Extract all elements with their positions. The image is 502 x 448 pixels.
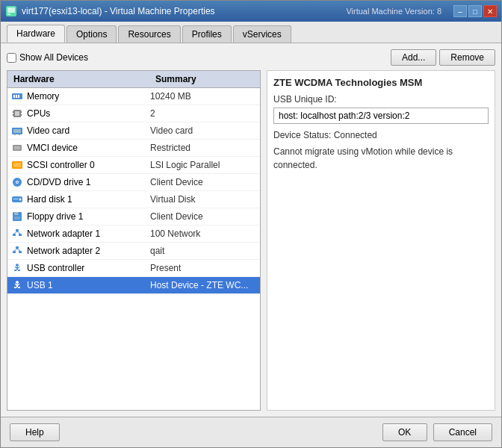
detail-title: ZTE WCDMA Technologies MSM: [273, 77, 489, 88]
hw-row-net1[interactable]: Network adapter 1 100 Network: [7, 225, 260, 243]
window-controls: – □ ✕: [453, 5, 497, 17]
tab-vservices[interactable]: vServices: [233, 25, 291, 43]
col-hardware: Hardware: [7, 71, 149, 87]
toolbar-row: Show All Devices Add... Remove: [7, 49, 495, 66]
tabs-bar: Hardware Options Resources Profiles vSer…: [1, 22, 501, 43]
svg-rect-37: [16, 246, 19, 249]
hw-name-net1: Network adapter 1: [27, 228, 150, 239]
main-window: virt177(esxi13-local) - Virtual Machine …: [0, 0, 502, 448]
main-area: Hardware Summary Memory 10240 MB: [7, 70, 495, 411]
svg-rect-34: [19, 234, 22, 236]
floppy-icon: [10, 210, 24, 223]
hw-name-scsi: SCSI controller 0: [27, 160, 150, 170]
svg-rect-45: [16, 281, 19, 283]
hw-summary-cpus: 2: [150, 108, 257, 119]
svg-rect-14: [13, 129, 21, 133]
svg-rect-11: [21, 111, 22, 113]
hw-summary-usb1: Host Device - ZTE WC...: [150, 280, 257, 290]
hw-summary-memory: 10240 MB: [150, 91, 257, 102]
svg-rect-16: [19, 134, 20, 135]
hw-row-vmci[interactable]: VMCI device Restricted: [7, 140, 260, 157]
usb1-icon: [10, 279, 24, 292]
tab-profiles[interactable]: Profiles: [182, 25, 232, 43]
tab-hardware[interactable]: Hardware: [7, 25, 65, 43]
show-all-label: Show All Devices: [19, 52, 88, 63]
svg-point-23: [16, 181, 18, 183]
svg-rect-47: [18, 287, 20, 288]
svg-rect-4: [13, 95, 15, 98]
svg-rect-33: [13, 234, 16, 236]
svg-rect-18: [14, 146, 20, 149]
col-summary: Summary: [149, 71, 260, 87]
svg-rect-20: [13, 163, 21, 167]
svg-rect-8: [15, 111, 19, 116]
minimize-button[interactable]: –: [453, 5, 467, 17]
hw-row-cddvd[interactable]: CD/DVD drive 1 Client Device: [7, 174, 260, 191]
hw-summary-net1: 100 Network: [150, 228, 257, 239]
hw-name-vmci: VMCI device: [27, 143, 150, 153]
vmci-icon: [10, 141, 24, 155]
title-bar: virt177(esxi13-local) - Virtual Machine …: [1, 1, 501, 22]
hw-row-net2[interactable]: Network adapter 2 qait: [7, 243, 260, 260]
svg-rect-10: [13, 114, 13, 116]
add-button[interactable]: Add...: [391, 49, 436, 66]
hw-row-usb1[interactable]: USB 1 Host Device - ZTE WC...: [7, 277, 260, 294]
hw-name-net2: Network adapter 2: [27, 246, 150, 256]
svg-line-36: [17, 231, 20, 234]
svg-rect-27: [13, 199, 18, 199]
svg-rect-9: [13, 111, 13, 113]
hw-row-scsi[interactable]: SCSI controller 0 LSI Logic Parallel: [7, 157, 260, 174]
window-title: virt177(esxi13-local) - Virtual Machine …: [22, 6, 215, 16]
hw-summary-cddvd: Client Device: [150, 177, 257, 187]
svg-rect-43: [14, 270, 16, 271]
hw-row-memory[interactable]: Memory 10240 MB: [7, 88, 260, 105]
svg-rect-46: [14, 287, 16, 288]
hw-summary-usb-ctrl: Present: [150, 263, 257, 273]
usb-ctrl-icon: [10, 261, 24, 275]
hardware-panel: Hardware Summary Memory 10240 MB: [7, 70, 261, 411]
hw-name-video: Video card: [27, 125, 150, 136]
migration-note: Cannot migrate using vMotion while devic…: [273, 145, 489, 172]
close-button[interactable]: ✕: [483, 5, 497, 17]
svg-rect-5: [16, 95, 17, 98]
tab-options[interactable]: Options: [66, 25, 117, 43]
net1-icon: [10, 227, 24, 240]
svg-rect-1: [7, 7, 15, 13]
hw-name-usb-ctrl: USB controller: [27, 263, 150, 273]
hw-row-hdd[interactable]: Hard disk 1 Virtual Disk: [7, 191, 260, 208]
ok-button[interactable]: OK: [382, 423, 427, 441]
usb-id-label: USB Unique ID:: [273, 94, 489, 105]
hw-list: Memory 10240 MB CPUs 2: [7, 88, 260, 410]
hw-summary-scsi: LSI Logic Parallel: [150, 160, 257, 170]
hw-row-floppy[interactable]: Floppy drive 1 Client Device: [7, 208, 260, 225]
hw-summary-hdd: Virtual Disk: [150, 194, 257, 205]
hw-name-memory: Memory: [27, 91, 150, 102]
scsi-icon: [10, 158, 24, 172]
hw-name-cpus: CPUs: [27, 108, 150, 119]
app-icon: [5, 5, 17, 17]
tab-resources[interactable]: Resources: [118, 25, 180, 43]
svg-rect-15: [14, 134, 16, 135]
svg-point-26: [19, 199, 21, 200]
hw-table-header: Hardware Summary: [7, 71, 260, 88]
maximize-button[interactable]: □: [468, 5, 482, 17]
hw-row-cpus[interactable]: CPUs 2: [7, 105, 260, 122]
hw-summary-floppy: Client Device: [150, 211, 257, 222]
hw-row-video[interactable]: Video card Video card: [7, 122, 260, 140]
show-all-checkbox[interactable]: [7, 53, 16, 63]
svg-line-35: [14, 231, 17, 234]
net2-icon: [10, 244, 24, 258]
hw-name-hdd: Hard disk 1: [27, 194, 150, 205]
usb-id-input[interactable]: [273, 108, 489, 124]
footer: Help OK Cancel: [1, 417, 501, 447]
hw-row-usb-ctrl[interactable]: USB controller Present: [7, 260, 260, 277]
remove-button[interactable]: Remove: [439, 49, 495, 66]
detail-panel: ZTE WCDMA Technologies MSM USB Unique ID…: [267, 70, 495, 411]
svg-rect-12: [21, 114, 22, 116]
svg-rect-42: [16, 264, 19, 266]
svg-rect-2: [7, 13, 10, 15]
cancel-button[interactable]: Cancel: [433, 423, 492, 441]
hw-name-cddvd: CD/DVD drive 1: [27, 177, 150, 187]
help-button[interactable]: Help: [10, 423, 60, 441]
svg-line-40: [14, 249, 17, 251]
